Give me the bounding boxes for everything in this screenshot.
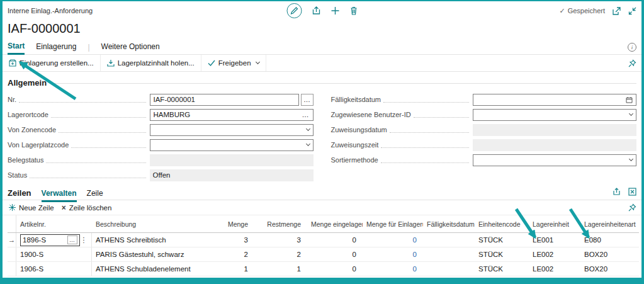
chevron-down-icon[interactable] (629, 157, 633, 161)
general-section: Allgemein Nr. IAF-0000001 … Lagerortc (3, 72, 641, 183)
table-row[interactable]: → 1896-S … ⋮ ATHENS Schreibtisch 3 3 0 0… (8, 233, 639, 247)
cell-menge-fuer-einlagerung[interactable]: 0 (363, 236, 423, 244)
nr-value: IAF-0000001 (154, 96, 295, 103)
new-button[interactable] (330, 6, 339, 15)
tab-verwalten[interactable]: Verwalten (42, 189, 77, 202)
new-line-label: Neue Zeile (19, 204, 54, 212)
cell-lagereinheit[interactable]: LE002 (529, 265, 580, 273)
chevron-down-icon[interactable] (629, 111, 633, 116)
col-lagereinheitenart[interactable]: Lagereinheitenart (580, 220, 639, 228)
cell-restmenge[interactable]: 1 (254, 265, 307, 273)
col-faelligkeitsdatum[interactable]: Fälligkeitsdatum (423, 220, 475, 228)
new-line-icon (9, 204, 16, 211)
field-belegstatus: Belegstatus (8, 152, 314, 168)
cell-menge-fuer-einlagerung[interactable]: 0 (363, 251, 423, 258)
table-row[interactable]: 1900-S PARIS Gästestuhl, schwarz 2 2 0 0… (8, 247, 639, 262)
get-bin-content-action[interactable]: Lagerplatzinhalt holen... (101, 55, 201, 71)
cell-lagereinheitenart[interactable]: BOX20 (580, 251, 639, 258)
pin-icon (628, 203, 636, 212)
lines-pin-button[interactable] (628, 203, 636, 212)
chevron-down-icon[interactable] (305, 127, 310, 131)
cell-menge-eingelagert[interactable]: 0 (307, 251, 363, 258)
create-putaway-icon (9, 59, 16, 67)
sortiermethode-input[interactable] (473, 154, 636, 166)
cell-artikelnr[interactable]: 1896-S … ⋮ (16, 233, 92, 247)
dotted-leader (46, 162, 145, 163)
cell-restmenge[interactable]: 2 (254, 251, 307, 258)
nr-assist-button[interactable]: … (301, 94, 314, 106)
artikelnr-focused-cell[interactable]: 1896-S … (20, 234, 80, 246)
cell-menge-eingelagert[interactable]: 0 (307, 265, 363, 273)
table-row[interactable]: 1906-S ATHENS Schubladenelement 1 1 0 0 … (8, 262, 639, 276)
von-lagerplatzcode-input[interactable] (150, 139, 314, 151)
cell-einheitencode[interactable]: STÜCK (475, 265, 529, 273)
tab-weitere-optionen[interactable]: Weitere Optionen (101, 40, 160, 54)
cell-lagereinheitenart[interactable]: E080 (580, 236, 639, 244)
col-restmenge[interactable]: Restmenge (254, 220, 307, 228)
calendar-icon[interactable] (626, 96, 633, 103)
section-rule (53, 83, 636, 84)
chevron-down-icon[interactable] (305, 142, 310, 146)
dotted-leader (19, 102, 145, 103)
cell-artikelnr[interactable]: 1900-S (16, 247, 92, 261)
info-icon: i (628, 43, 636, 52)
lagerortcode-assist-button[interactable]: … (302, 111, 310, 118)
edit-button[interactable] (286, 3, 302, 18)
open-in-excel-button[interactable] (628, 188, 636, 196)
new-line-action[interactable]: Neue Zeile (8, 204, 60, 212)
share-button[interactable] (312, 6, 320, 15)
col-menge[interactable]: Menge (204, 220, 254, 228)
cell-beschreibung[interactable]: PARIS Gästestuhl, schwarz (92, 251, 204, 258)
row-options-icon[interactable]: ⋮ (80, 236, 88, 244)
cell-menge[interactable]: 3 (204, 236, 254, 244)
pin-button[interactable] (628, 59, 636, 67)
col-beschreibung[interactable]: Beschreibung (92, 220, 204, 228)
popout-button[interactable] (613, 7, 621, 15)
field-von-lagerplatzcode: Von Lagerplatzcode (8, 137, 314, 152)
cell-beschreibung[interactable]: ATHENS Schubladenelement (92, 265, 204, 273)
cell-einheitencode[interactable]: STÜCK (475, 251, 529, 258)
topbar-right: ✓ Gespeichert (559, 7, 636, 15)
tab-zeile[interactable]: Zeile (87, 189, 103, 200)
tab-einlagerung[interactable]: Einlagerung (36, 40, 76, 54)
cell-restmenge[interactable]: 3 (254, 236, 307, 244)
general-header: Allgemein (8, 76, 636, 89)
release-action[interactable]: Freigeben (201, 55, 266, 71)
cell-menge[interactable]: 1 (204, 265, 254, 273)
col-menge-fuer-einlagerung[interactable]: Menge für Einlagerung (363, 220, 423, 228)
von-zonencode-input[interactable] (150, 124, 314, 136)
cell-menge-eingelagert[interactable]: 0 (307, 236, 363, 244)
cell-artikelnr[interactable]: 1906-S (16, 262, 92, 276)
info-button[interactable]: i (628, 43, 636, 52)
status-value: Offen (153, 171, 310, 179)
create-putaway-action[interactable]: Einlagerung erstellen... (8, 55, 101, 71)
dotted-leader (51, 117, 146, 118)
col-artikelnr[interactable]: Artikelnr. (16, 220, 92, 228)
field-status: Status Offen (8, 168, 314, 183)
lagerortcode-input[interactable]: HAMBURG … (150, 109, 314, 121)
cell-beschreibung[interactable]: ATHENS Schreibtisch (92, 236, 204, 244)
lines-share-button[interactable] (613, 188, 621, 196)
cell-lagereinheit[interactable]: LE002 (529, 251, 580, 258)
col-einheitencode[interactable]: Einheitencode (475, 220, 529, 228)
delete-button[interactable] (349, 6, 358, 15)
breadcrumb[interactable]: Interne Einlag.-Anforderung (8, 7, 93, 14)
tab-start[interactable]: Start (8, 40, 25, 55)
cell-menge[interactable]: 2 (204, 251, 254, 258)
get-bin-content-label: Lagerplatzinhalt holen... (118, 59, 195, 67)
cell-lagereinheitenart[interactable]: BOX20 (580, 265, 639, 273)
current-row-icon: → (8, 233, 16, 247)
col-menge-eingelagert[interactable]: Menge eingelagert (307, 220, 363, 228)
field-nr: Nr. IAF-0000001 … (8, 92, 314, 107)
faelligkeitsdatum-input[interactable] (473, 94, 636, 106)
cell-lagereinheit[interactable]: LE001 (529, 236, 580, 244)
nr-input[interactable]: IAF-0000001 (150, 94, 299, 106)
cell-menge-fuer-einlagerung[interactable]: 0 (363, 265, 423, 273)
lines-heading: Zeilen (8, 188, 31, 198)
delete-line-action[interactable]: × Zeile löschen (60, 203, 118, 212)
col-lagereinheit[interactable]: Lagereinheit (529, 220, 580, 228)
cell-einheitencode[interactable]: STÜCK (475, 236, 529, 244)
collapse-button[interactable] (628, 7, 636, 15)
zugewiesene-benutzer-id-input[interactable] (473, 109, 636, 121)
artikelnr-assist-button[interactable]: … (67, 236, 77, 244)
